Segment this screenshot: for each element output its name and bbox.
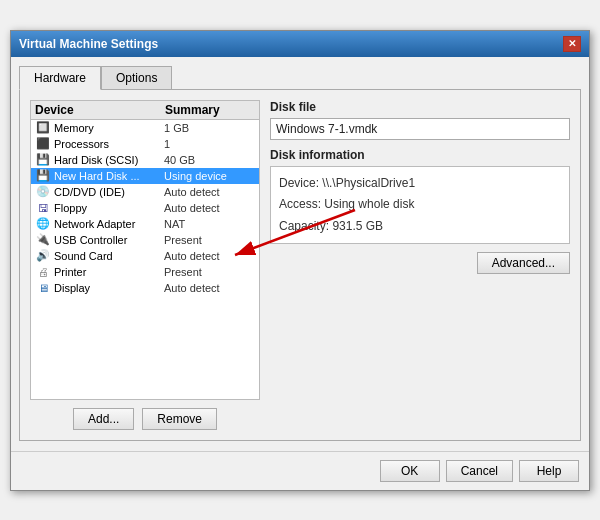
disk-file-label: Disk file <box>270 100 570 114</box>
close-button[interactable]: ✕ <box>563 36 581 52</box>
table-row[interactable]: 🖨PrinterPresent <box>31 264 259 280</box>
title-bar: Virtual Machine Settings ✕ <box>11 31 589 57</box>
info-device-value: \\.\PhysicalDrive1 <box>322 176 415 190</box>
device-name: Network Adapter <box>54 218 164 230</box>
device-icon: 🖫 <box>35 202 51 214</box>
window-content: Hardware Options Device Summary <box>11 57 589 449</box>
device-name: Memory <box>54 122 164 134</box>
disk-file-input[interactable] <box>270 118 570 140</box>
device-summary: 1 GB <box>164 122 255 134</box>
table-row[interactable]: 🔲Memory1 GB <box>31 120 259 136</box>
device-icon: 🖥 <box>35 282 51 294</box>
device-rows-container: 🔲Memory1 GB⬛Processors1💾Hard Disk (SCSI)… <box>31 120 259 296</box>
device-icon: 💾 <box>35 170 51 182</box>
header-device: Device <box>35 103 165 117</box>
right-panel: Disk file Disk information Device: \\.\P… <box>270 100 570 430</box>
device-name: USB Controller <box>54 234 164 246</box>
tab-options[interactable]: Options <box>101 66 172 90</box>
remove-button[interactable]: Remove <box>142 408 217 430</box>
table-row[interactable]: 🖥DisplayAuto detect <box>31 280 259 296</box>
info-access-line: Access: Using whole disk <box>279 194 561 216</box>
device-summary: Auto detect <box>164 250 255 262</box>
advanced-button[interactable]: Advanced... <box>477 252 570 274</box>
device-summary: NAT <box>164 218 255 230</box>
disk-info-section: Disk information Device: \\.\PhysicalDri… <box>270 148 570 245</box>
device-summary: 1 <box>164 138 255 150</box>
header-summary: Summary <box>165 103 255 117</box>
tab-hardware[interactable]: Hardware <box>19 66 101 90</box>
device-name: Sound Card <box>54 250 164 262</box>
table-row[interactable]: 🌐Network AdapterNAT <box>31 216 259 232</box>
device-icon: 🖨 <box>35 266 51 278</box>
device-name: CD/DVD (IDE) <box>54 186 164 198</box>
table-header: Device Summary <box>31 101 259 120</box>
device-icon: 💾 <box>35 154 51 166</box>
table-row[interactable]: 🖫FloppyAuto detect <box>31 200 259 216</box>
table-row[interactable]: 🔊Sound CardAuto detect <box>31 248 259 264</box>
device-summary: Present <box>164 266 255 278</box>
device-summary: Present <box>164 234 255 246</box>
device-summary: Auto detect <box>164 202 255 214</box>
device-name: Processors <box>54 138 164 150</box>
device-icon: ⬛ <box>35 138 51 150</box>
device-icon: 🌐 <box>35 218 51 230</box>
main-panel: Device Summary 🔲Memory1 GB⬛Processors1💾H… <box>19 89 581 441</box>
ok-button[interactable]: OK <box>380 460 440 482</box>
device-name: New Hard Disk ... <box>54 170 164 182</box>
info-capacity-line: Capacity: 931.5 GB <box>279 216 561 238</box>
bottom-buttons: Add... Remove <box>30 408 260 430</box>
help-button[interactable]: Help <box>519 460 579 482</box>
left-panel: Device Summary 🔲Memory1 GB⬛Processors1💾H… <box>30 100 260 430</box>
table-row[interactable]: 💾New Hard Disk ...Using device <box>31 168 259 184</box>
disk-info-label: Disk information <box>270 148 570 162</box>
device-icon: 🔌 <box>35 234 51 246</box>
info-access-value: Using whole disk <box>324 197 414 211</box>
window-title: Virtual Machine Settings <box>19 37 158 51</box>
device-name: Printer <box>54 266 164 278</box>
tab-bar: Hardware Options <box>19 65 581 89</box>
add-button[interactable]: Add... <box>73 408 134 430</box>
device-icon: 💿 <box>35 186 51 198</box>
title-bar-controls: ✕ <box>563 36 581 52</box>
device-summary: 40 GB <box>164 154 255 166</box>
table-row[interactable]: 💾Hard Disk (SCSI)40 GB <box>31 152 259 168</box>
table-row[interactable]: ⬛Processors1 <box>31 136 259 152</box>
virtual-machine-settings-window: Virtual Machine Settings ✕ Hardware Opti… <box>10 30 590 491</box>
info-capacity-value: 931.5 GB <box>332 219 383 233</box>
footer-buttons: OK Cancel Help <box>11 451 589 490</box>
table-row[interactable]: 🔌USB ControllerPresent <box>31 232 259 248</box>
device-icon: 🔲 <box>35 122 51 134</box>
info-device-line: Device: \\.\PhysicalDrive1 <box>279 173 561 195</box>
disk-info-box: Device: \\.\PhysicalDrive1 Access: Using… <box>270 166 570 245</box>
info-access-key: Access: <box>279 197 321 211</box>
cancel-button[interactable]: Cancel <box>446 460 513 482</box>
device-summary: Auto detect <box>164 282 255 294</box>
advanced-btn-row: Advanced... <box>270 252 570 274</box>
device-name: Hard Disk (SCSI) <box>54 154 164 166</box>
disk-file-section: Disk file <box>270 100 570 140</box>
info-capacity-key: Capacity: <box>279 219 329 233</box>
device-summary: Using device <box>164 170 255 182</box>
device-summary: Auto detect <box>164 186 255 198</box>
device-name: Floppy <box>54 202 164 214</box>
device-name: Display <box>54 282 164 294</box>
info-device-key: Device: <box>279 176 319 190</box>
device-table: Device Summary 🔲Memory1 GB⬛Processors1💾H… <box>30 100 260 400</box>
table-row[interactable]: 💿CD/DVD (IDE)Auto detect <box>31 184 259 200</box>
device-icon: 🔊 <box>35 250 51 262</box>
